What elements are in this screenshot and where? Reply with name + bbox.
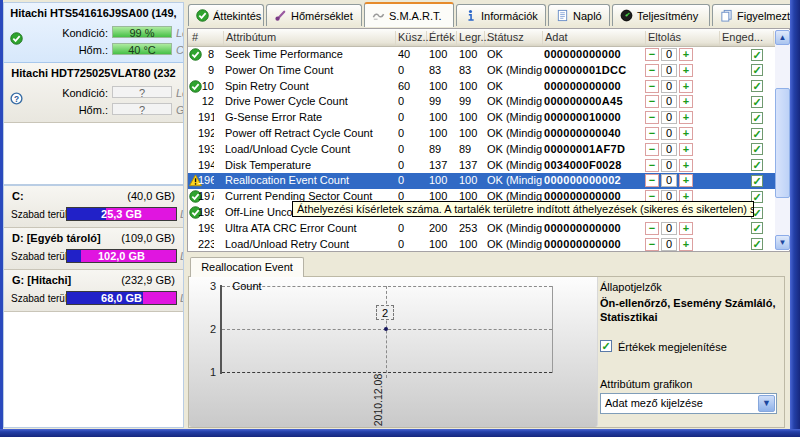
drive-metric-label: Kondíció: — [8, 27, 108, 39]
enabled-checkbox[interactable]: ✓ — [751, 49, 763, 61]
drive-metric-bar: ? — [112, 86, 172, 98]
offset-value: 0 — [661, 159, 677, 172]
tab-info[interactable]: Információk — [456, 4, 546, 26]
enabled-checkbox[interactable]: ✓ — [751, 159, 763, 171]
scroll-up-arrow-icon[interactable]: ▲ — [775, 30, 790, 45]
column-header[interactable]: Küsz... — [398, 31, 427, 45]
chart-tab[interactable]: Reallocation Event Count — [190, 257, 304, 277]
cell-worst: 100 — [459, 80, 486, 94]
cell-status: OK (Mindig ... — [487, 143, 543, 157]
table-row[interactable]: 194Disk Temperature0137137OK (Mindig ...… — [188, 158, 775, 174]
offset-decrease-button[interactable]: − — [645, 238, 659, 251]
show-values-checkbox[interactable]: ✓ — [600, 340, 612, 352]
free-space-value: 25,3 GB — [67, 208, 176, 220]
offset-value: 0 — [661, 238, 677, 251]
partition-capacity: (109,0 GB) — [121, 232, 175, 244]
partition-panel[interactable]: D: [Egyéb tároló](109,0 GB)Szabad terüle… — [4, 228, 183, 270]
column-header[interactable]: Enged... — [722, 31, 774, 45]
column-header[interactable]: Attribútum — [226, 31, 396, 45]
offset-increase-button[interactable]: + — [679, 95, 693, 108]
offset-increase-button[interactable]: + — [679, 127, 693, 140]
enabled-checkbox[interactable]: ✓ — [751, 112, 763, 124]
partition-panel[interactable]: G: [Hitachi](232,9 GB)Szabad terület68,0… — [4, 270, 183, 312]
offset-decrease-button[interactable]: − — [645, 80, 659, 93]
enabled-checkbox[interactable]: ✓ — [751, 128, 763, 140]
enabled-checkbox[interactable]: ✓ — [751, 80, 763, 92]
enabled-checkbox[interactable]: ✓ — [751, 175, 763, 187]
offset-decrease-button[interactable]: − — [645, 48, 659, 61]
cell-threshold: 40 — [398, 48, 428, 62]
partition-panel[interactable]: C:(40,0 GB)Szabad terület25,3 GBLe — [4, 186, 183, 228]
tab-smart[interactable]: S.M.A.R.T. — [364, 2, 454, 27]
column-header[interactable]: Státusz — [487, 31, 543, 45]
cell-id: 192 — [198, 127, 214, 141]
offset-decrease-button[interactable]: − — [645, 64, 659, 77]
enabled-checkbox[interactable]: ✓ — [751, 96, 763, 108]
column-header[interactable]: Adat — [545, 31, 646, 45]
drive-panel[interactable]: Hitachi HTS541616J9SA00 (149,Kondíció:99… — [4, 3, 183, 63]
table-row[interactable]: 196Reallocation Event Count0100100OK (Mi… — [188, 173, 775, 189]
cell-id: 193 — [198, 143, 214, 157]
offset-value: 0 — [661, 95, 677, 108]
offset-decrease-button[interactable]: − — [645, 159, 659, 172]
tab-thermometer[interactable]: Hőmérséklet — [266, 4, 362, 26]
smart-attribute-table: #AttribútumKüsz...ÉrtékLegr...StátuszAda… — [187, 28, 790, 252]
cell-data: 000000000000 — [544, 48, 644, 62]
drive-metric-bar: 40 °C — [112, 43, 172, 55]
offset-increase-button[interactable]: + — [679, 159, 693, 172]
chart-plot-background — [189, 277, 598, 427]
drive-panel[interactable]: Hitachi HDT725025VLAT80 (232?Kondíció:?L… — [4, 63, 183, 123]
offset-value: 0 — [661, 111, 677, 124]
offset-increase-button[interactable]: + — [679, 222, 693, 235]
offset-decrease-button[interactable]: − — [645, 143, 659, 156]
offset-increase-button[interactable]: + — [679, 48, 693, 61]
offset-decrease-button[interactable]: − — [645, 95, 659, 108]
offset-increase-button[interactable]: + — [679, 80, 693, 93]
tab-performance[interactable]: Teljesítmény — [612, 4, 710, 26]
cell-data: 0034000F0028 — [544, 159, 644, 173]
tab-label: Napló — [573, 10, 602, 22]
tab-alerts[interactable]: Figyelmeztetések — [712, 4, 800, 26]
enabled-checkbox[interactable]: ✓ — [751, 222, 763, 234]
offset-increase-button[interactable]: + — [679, 238, 693, 251]
table-row[interactable]: 10Spin Retry Count60100100OK000000000000… — [188, 79, 775, 95]
table-row[interactable]: 9Power On Time Count08383OK (Mindig ...0… — [188, 63, 775, 79]
table-row[interactable]: 12Drive Power Cycle Count09999OK (Mindig… — [188, 94, 775, 110]
cell-worst: 100 — [459, 238, 486, 252]
offset-increase-button[interactable]: + — [679, 111, 693, 124]
cell-name: Load/Unload Cycle Count — [225, 143, 396, 157]
chart-right-border — [552, 286, 553, 373]
column-header[interactable]: Legr... — [459, 31, 485, 45]
table-row[interactable]: 223Load/Unload Retry Count0100100OK (Min… — [188, 237, 775, 252]
offset-decrease-button[interactable]: − — [645, 127, 659, 140]
cell-name: Load/Unload Retry Count — [225, 238, 396, 252]
tab-label: Áttekintés — [213, 10, 261, 22]
column-header[interactable]: Eltolás — [648, 31, 720, 45]
chevron-down-icon[interactable]: ▼ — [758, 395, 775, 412]
drive-title: Hitachi HDT725025VLAT80 (232 — [4, 67, 183, 79]
offset-decrease-button[interactable]: − — [645, 174, 659, 187]
table-row[interactable]: 193Load/Unload Cycle Count08989OK (Mindi… — [188, 142, 775, 158]
scroll-down-arrow-icon[interactable]: ▼ — [775, 235, 790, 250]
column-header[interactable]: # — [192, 31, 224, 45]
offset-value: 0 — [661, 48, 677, 61]
offset-increase-button[interactable]: + — [679, 64, 693, 77]
tab-log[interactable]: Napló — [548, 4, 610, 26]
offset-increase-button[interactable]: + — [679, 174, 693, 187]
table-row[interactable]: 199Ultra ATA CRC Error Count0200253OK (M… — [188, 221, 775, 237]
table-row[interactable]: 192Power off Retract Cycle Count0100100O… — [188, 126, 775, 142]
column-header[interactable]: Érték — [429, 31, 457, 45]
table-row[interactable]: 191G-Sense Error Rate0100100OK (Mindig .… — [188, 110, 775, 126]
scrollbar-thumb[interactable] — [775, 88, 790, 198]
enabled-checkbox[interactable]: ✓ — [751, 143, 763, 155]
attribute-graph-dropdown[interactable]: Adat mező kijelzése ▼ — [600, 393, 777, 414]
table-row[interactable]: 8Seek Time Performance40100100OK00000000… — [188, 47, 775, 63]
tab-overview[interactable]: Áttekintés — [188, 4, 264, 26]
enabled-checkbox[interactable]: ✓ — [751, 238, 763, 250]
cell-value: 89 — [429, 143, 458, 157]
enabled-checkbox[interactable]: ✓ — [751, 64, 763, 76]
offset-increase-button[interactable]: + — [679, 143, 693, 156]
offset-decrease-button[interactable]: − — [645, 111, 659, 124]
offset-decrease-button[interactable]: − — [645, 222, 659, 235]
table-scrollbar[interactable]: ▲ ▼ — [775, 30, 790, 250]
